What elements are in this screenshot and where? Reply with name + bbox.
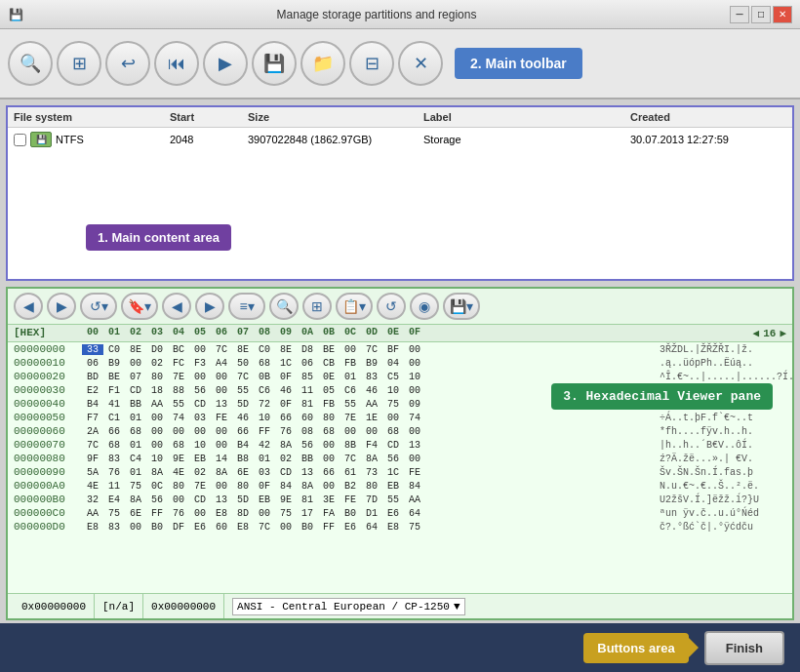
hex-byte[interactable]: C0 [103, 344, 125, 355]
hex-byte[interactable]: B4 [232, 440, 254, 451]
hex-byte[interactable]: 00 [125, 358, 146, 369]
hex-byte[interactable]: 8E [275, 344, 297, 355]
hex-byte[interactable]: E8 [232, 522, 254, 533]
hex-byte[interactable]: 8A [211, 467, 232, 478]
hex-byte[interactable]: 68 [318, 426, 340, 437]
hex-byte[interactable]: 1E [361, 413, 382, 423]
hex-byte[interactable]: A4 [211, 358, 232, 369]
hex-byte[interactable]: 00 [275, 522, 297, 533]
hex-byte[interactable]: 85 [297, 372, 318, 382]
hex-byte[interactable]: 02 [146, 358, 168, 369]
hex-byte[interactable]: E8 [82, 522, 103, 533]
hex-byte[interactable]: 66 [103, 426, 125, 437]
partition-checkbox[interactable] [14, 134, 26, 146]
hex-byte[interactable]: 60 [211, 522, 232, 533]
toolbar-open-button[interactable]: 📁 [300, 41, 345, 86]
hex-byte[interactable]: 61 [340, 467, 361, 478]
hex-byte[interactable]: 4E [168, 467, 189, 478]
hex-byte[interactable]: F4 [361, 440, 382, 451]
hex-byte[interactable]: 8E [232, 344, 254, 355]
hex-byte[interactable]: 00 [361, 426, 382, 437]
hex-byte[interactable]: 7C [361, 344, 382, 355]
hex-byte[interactable]: 7C [232, 372, 254, 382]
hex-byte[interactable]: 76 [275, 426, 297, 437]
toolbar-prev-button[interactable]: ⏮ [154, 41, 199, 86]
hex-byte[interactable]: 00 [146, 426, 168, 437]
hex-byte[interactable]: 9F [82, 454, 103, 464]
hex-byte[interactable]: 00 [189, 426, 211, 437]
hex-byte[interactable]: 00 [318, 481, 340, 492]
hex-reload-button[interactable]: ↺ [377, 293, 406, 320]
hex-byte[interactable]: 08 [297, 426, 318, 437]
hex-byte[interactable]: EB [189, 454, 211, 464]
hex-byte[interactable]: EB [254, 494, 275, 505]
hex-byte[interactable]: 00 [211, 385, 232, 396]
hex-byte[interactable]: E4 [103, 494, 125, 505]
hex-byte[interactable]: AA [404, 494, 425, 505]
hex-byte[interactable]: 0F [275, 399, 297, 410]
hex-byte[interactable]: 00 [404, 426, 425, 437]
hex-byte[interactable]: 3E [318, 494, 340, 505]
hex-byte[interactable]: AA [361, 399, 382, 410]
hex-byte[interactable]: 06 [82, 358, 103, 369]
hex-byte[interactable]: 11 [297, 385, 318, 396]
hex-byte[interactable]: 7E [189, 481, 211, 492]
hex-forward-button[interactable]: ▶ [47, 293, 76, 320]
hex-byte[interactable]: FB [340, 358, 361, 369]
hex-byte[interactable]: 68 [382, 426, 404, 437]
hex-byte[interactable]: E6 [382, 508, 404, 519]
hex-byte[interactable]: 5D [232, 494, 254, 505]
hex-menu-button[interactable]: ≡▾ [228, 293, 265, 320]
hex-byte[interactable]: 09 [404, 399, 425, 410]
hex-byte[interactable]: FF [254, 426, 275, 437]
hex-copy-button[interactable]: 📋▾ [336, 293, 373, 320]
hex-byte[interactable]: E8 [382, 522, 404, 533]
hex-byte[interactable]: 66 [232, 426, 254, 437]
hex-byte[interactable]: 50 [232, 358, 254, 369]
hex-byte[interactable]: EB [382, 481, 404, 492]
hex-byte[interactable]: 5A [82, 467, 103, 478]
hex-byte[interactable]: 66 [318, 467, 340, 478]
hex-byte[interactable]: E2 [82, 385, 103, 396]
hex-byte[interactable]: CD [189, 399, 211, 410]
hex-byte[interactable]: E6 [189, 522, 211, 533]
hex-byte[interactable]: CD [189, 494, 211, 505]
hex-byte[interactable]: D8 [297, 344, 318, 355]
hex-byte[interactable]: E6 [340, 522, 361, 533]
minimize-button[interactable]: ─ [730, 6, 749, 23]
hex-byte[interactable]: BB [125, 399, 146, 410]
hex-byte[interactable]: 33 [82, 344, 103, 355]
hex-byte[interactable]: 72 [254, 399, 275, 410]
hex-byte[interactable]: 55 [340, 399, 361, 410]
hex-byte[interactable]: B0 [297, 522, 318, 533]
hex-byte[interactable]: 00 [404, 344, 425, 355]
close-button[interactable]: ✕ [773, 6, 792, 23]
hex-byte[interactable]: C5 [382, 372, 404, 382]
hex-byte[interactable]: 0F [275, 372, 297, 382]
hex-search-button[interactable]: 🔍 [269, 293, 299, 320]
hex-byte[interactable]: 07 [125, 372, 146, 382]
hex-byte[interactable]: 55 [232, 385, 254, 396]
hex-byte[interactable]: 56 [189, 385, 211, 396]
hex-byte[interactable]: AA [146, 399, 168, 410]
hex-back-button[interactable]: ◀ [14, 293, 43, 320]
hex-byte[interactable]: 00 [404, 454, 425, 464]
hex-byte[interactable]: 80 [168, 481, 189, 492]
encoding-dropdown[interactable]: ANSI - Central European / CP-1250 ▼ [232, 598, 464, 615]
hex-byte[interactable]: 00 [168, 426, 189, 437]
hex-byte[interactable]: 00 [146, 440, 168, 451]
hex-byte[interactable]: 2A [82, 426, 103, 437]
hex-byte[interactable]: 83 [103, 522, 125, 533]
hex-byte[interactable]: FF [318, 522, 340, 533]
hex-byte[interactable]: 0B [254, 372, 275, 382]
hex-byte[interactable]: 55 [168, 399, 189, 410]
hex-byte[interactable]: 17 [297, 508, 318, 519]
hex-byte[interactable]: 00 [211, 440, 232, 451]
hex-byte[interactable]: 83 [103, 454, 125, 464]
hex-byte[interactable]: 00 [189, 372, 211, 382]
hex-byte[interactable]: 81 [297, 399, 318, 410]
hex-byte[interactable]: 73 [361, 467, 382, 478]
hex-byte[interactable]: D1 [361, 508, 382, 519]
hex-byte[interactable]: B9 [103, 358, 125, 369]
hex-byte[interactable]: C0 [254, 344, 275, 355]
